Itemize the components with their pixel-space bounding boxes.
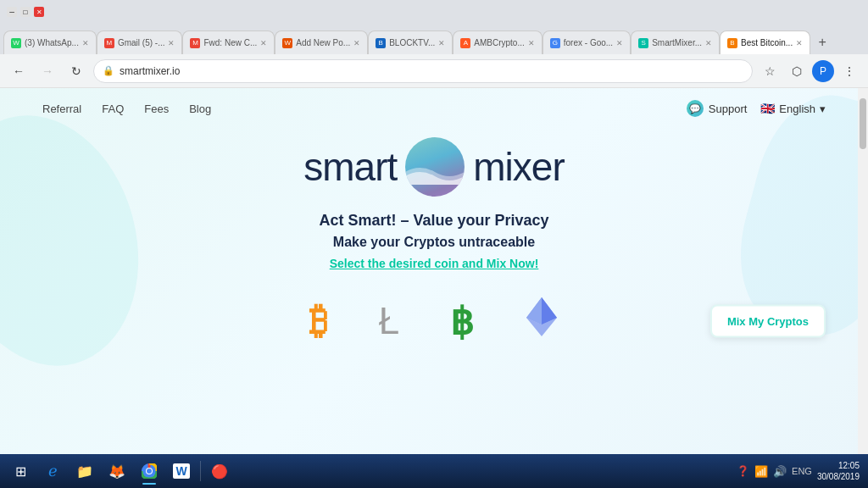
- taskbar-divider: [200, 461, 201, 481]
- tab-close-gmail[interactable]: ✕: [168, 39, 175, 47]
- support-label: Support: [709, 103, 748, 115]
- taskbar-explorer[interactable]: 📁: [70, 456, 100, 486]
- tab-addnew[interactable]: W Add New Po... ✕: [275, 30, 368, 54]
- tab-bestbitcoin[interactable]: B Best Bitcoin... ✕: [720, 30, 810, 54]
- chevron-down-icon: ▾: [820, 103, 826, 115]
- title-bar: ─ □ ✕: [0, 0, 868, 24]
- support-button[interactable]: 💬 Support: [687, 100, 748, 117]
- time-display: 12:05: [817, 460, 860, 471]
- bookmark-button[interactable]: ☆: [758, 59, 782, 83]
- tab-forex[interactable]: G forex - Goo... ✕: [542, 30, 631, 54]
- tab-ambcrypto[interactable]: A AMBCrypto... ✕: [453, 30, 542, 54]
- taskbar-ie[interactable]: ℯ: [37, 456, 68, 486]
- tab-close-forex[interactable]: ✕: [616, 39, 623, 47]
- clock[interactable]: 12:05 30/08/2019: [817, 460, 860, 482]
- hero-section: smart mixer Act Smart! – Value your Priv…: [0, 129, 868, 287]
- address-text: smartmixer.io: [120, 65, 743, 77]
- minimize-button[interactable]: ─: [7, 7, 17, 17]
- tab-whatsapp[interactable]: W (3) WhatsAp... ✕: [3, 30, 97, 54]
- ethereum-icon: [525, 296, 559, 347]
- menu-button[interactable]: ⋮: [837, 59, 861, 83]
- taskbar: ⊞ ℯ 📁 🦊 W 🔴 ❓ 📶 🔊 ENG 12:05 30/08/2019: [0, 454, 868, 488]
- tab-blocktv[interactable]: B BLOCKTV... ✕: [368, 30, 453, 54]
- tab-smartmixer[interactable]: S SmartMixer... ✕: [631, 30, 720, 54]
- network-icon[interactable]: 📶: [754, 465, 768, 478]
- language-label: English: [779, 103, 815, 115]
- help-icon[interactable]: ❓: [737, 465, 749, 477]
- start-button[interactable]: ⊞: [5, 456, 36, 486]
- website-content: Referral FAQ Fees Blog 💬 Support 🇬🇧 Engl…: [0, 88, 868, 454]
- tab-gmail[interactable]: M Gmail (5) -... ✕: [97, 30, 183, 54]
- nav-fees[interactable]: Fees: [144, 103, 169, 115]
- back-button[interactable]: ←: [7, 59, 31, 83]
- date-display: 30/08/2019: [817, 471, 860, 482]
- reload-button[interactable]: ↻: [64, 59, 88, 83]
- nav-blog[interactable]: Blog: [189, 103, 211, 115]
- site-navigation: Referral FAQ Fees Blog: [42, 103, 211, 115]
- tab-close-fwd[interactable]: ✕: [260, 39, 267, 47]
- mix-now-link[interactable]: Mix Now!: [487, 257, 538, 270]
- tab-close-blocktv[interactable]: ✕: [438, 39, 445, 47]
- svg-point-6: [147, 469, 152, 474]
- coin-row: ₿ Ł ฿ Mix My Cryptos: [0, 287, 868, 355]
- brand-text-right: mixer: [473, 144, 564, 190]
- forward-button[interactable]: →: [36, 59, 59, 83]
- tagline-3: Select the desired coin and Mix Now!: [330, 257, 539, 270]
- ie-icon: ℯ: [48, 462, 58, 480]
- lock-icon: 🔒: [103, 65, 114, 76]
- windows-icon: ⊞: [15, 463, 26, 480]
- new-tab-button[interactable]: +: [810, 30, 834, 54]
- close-button[interactable]: ✕: [34, 7, 44, 17]
- profile-button[interactable]: P: [812, 60, 834, 82]
- language-button[interactable]: 🇬🇧 English ▾: [760, 102, 826, 115]
- tab-close-addnew[interactable]: ✕: [353, 39, 360, 47]
- taskbar-word[interactable]: W: [166, 456, 197, 486]
- nav-faq[interactable]: FAQ: [102, 103, 124, 115]
- tagline-2: Make your Cryptos untraceable: [333, 235, 535, 250]
- window-controls[interactable]: ─ □ ✕: [7, 7, 44, 17]
- bitcoin-icon: ₿: [309, 300, 328, 342]
- tagline-3-prefix: Select the desired coin and: [330, 257, 487, 270]
- tab-close-smartmixer[interactable]: ✕: [705, 39, 712, 47]
- coin-ethereum[interactable]: [525, 296, 559, 347]
- brand-logo: smart mixer: [303, 137, 564, 197]
- navigation-bar: ← → ↻ 🔒 smartmixer.io ☆ ⬡ P ⋮: [0, 54, 868, 88]
- coin-litecoin[interactable]: Ł: [379, 300, 399, 342]
- wave-svg: [405, 159, 465, 185]
- tab-fwd[interactable]: M Fwd: New C... ✕: [182, 30, 275, 54]
- site-header: Referral FAQ Fees Blog 💬 Support 🇬🇧 Engl…: [0, 88, 868, 129]
- explorer-icon: 📁: [76, 463, 93, 480]
- tab-close-bestbitcoin[interactable]: ✕: [796, 39, 803, 47]
- word-icon: W: [173, 463, 189, 479]
- nav-referral[interactable]: Referral: [42, 103, 81, 115]
- firefox-icon: 🦊: [108, 463, 125, 480]
- nav-right-buttons: ☆ ⬡ P ⋮: [758, 59, 861, 83]
- taskbar-chrome[interactable]: [134, 456, 164, 486]
- tab-close-ambcrypto[interactable]: ✕: [528, 39, 535, 47]
- header-right: 💬 Support 🇬🇧 English ▾: [687, 100, 826, 117]
- maximize-button[interactable]: □: [20, 7, 31, 17]
- extra-icon: 🔴: [211, 463, 228, 480]
- coin-bitcoin[interactable]: ₿: [309, 300, 328, 342]
- tabs-bar: W (3) WhatsAp... ✕ M Gmail (5) -... ✕ M …: [0, 24, 868, 54]
- address-bar[interactable]: 🔒 smartmixer.io: [93, 59, 753, 83]
- brand-text-left: smart: [303, 144, 397, 190]
- extensions-button[interactable]: ⬡: [785, 59, 809, 83]
- support-icon: 💬: [687, 100, 704, 117]
- brand-circle: [405, 137, 465, 197]
- taskbar-system-tray: ❓ 📶 🔊 ENG 12:05 30/08/2019: [737, 460, 863, 482]
- taskbar-app-extra[interactable]: 🔴: [204, 456, 235, 486]
- language-indicator[interactable]: ENG: [792, 466, 812, 476]
- flag-icon: 🇬🇧: [760, 102, 775, 115]
- litecoin-icon: Ł: [379, 300, 399, 342]
- chrome-icon: [142, 463, 157, 479]
- taskbar-firefox[interactable]: 🦊: [102, 456, 132, 486]
- tagline-1: Act Smart! – Value your Privacy: [319, 212, 548, 230]
- mix-my-cryptos-button[interactable]: Mix My Cryptos: [710, 305, 826, 338]
- volume-icon[interactable]: 🔊: [773, 465, 787, 478]
- bitcoincash-icon: ฿: [450, 300, 474, 343]
- tab-close-whatsapp[interactable]: ✕: [82, 39, 89, 47]
- coin-bitcoincash[interactable]: ฿: [450, 300, 474, 343]
